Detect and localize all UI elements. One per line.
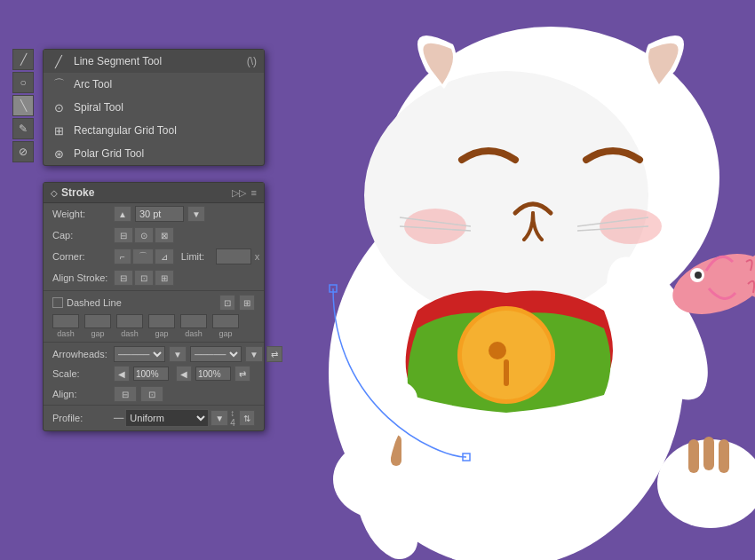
gap-field-3: gap — [212, 314, 239, 338]
panel-options-icon[interactable]: ≡ — [251, 187, 257, 199]
arrowheads-label: Arrowheads: — [52, 349, 110, 359]
align-end-btn[interactable]: ⊡ — [140, 386, 163, 402]
dash-input-3[interactable] — [180, 314, 207, 328]
panel-menu-icon[interactable]: ▷▷ — [232, 187, 246, 199]
scale-link-btn[interactable]: ⇄ — [234, 366, 250, 382]
arrowhead-start-select[interactable]: ───── — [114, 346, 165, 362]
corner-label: Corner: — [52, 251, 110, 262]
align-start-btn[interactable]: ⊟ — [114, 386, 137, 402]
gap-field-1: gap — [84, 314, 111, 338]
profile-number: ↕ 4 — [230, 408, 237, 428]
svg-point-8 — [489, 342, 506, 359]
limit-x-icon: x — [255, 251, 260, 262]
dashed-checkbox[interactable] — [52, 297, 63, 308]
scale-label: Scale: — [52, 368, 110, 379]
gap-field-2: gap — [148, 314, 175, 338]
arrowhead-swap-btn[interactable]: ⇄ — [266, 346, 282, 362]
pen-tool-btn[interactable]: ╲ — [12, 95, 34, 116]
corner-miter-btn[interactable]: ⌐ — [114, 248, 131, 264]
gap-label-1: gap — [91, 329, 104, 338]
scale-end-stepper[interactable]: ◀ — [176, 366, 192, 382]
dash-input-1[interactable] — [52, 314, 79, 328]
weight-label: Weight: — [52, 209, 110, 219]
align-stroke-buttons: ⊟ ⊡ ⊞ — [114, 270, 174, 286]
svg-point-21 — [695, 272, 702, 279]
scale-row: Scale: ◀ ◀ ⇄ — [44, 364, 264, 383]
eraser-tool-btn[interactable]: ⊘ — [12, 141, 34, 162]
corner-round-btn[interactable]: ⌒ — [132, 248, 154, 264]
spiral-tool-label: Spiral Tool — [74, 101, 257, 114]
corner-bevel-btn[interactable]: ⊿ — [155, 248, 174, 264]
dashed-style-2[interactable]: ⊞ — [239, 295, 255, 311]
align-stroke-row: Align Stroke: ⊟ ⊡ ⊞ — [44, 267, 264, 288]
align-outside-btn[interactable]: ⊞ — [155, 270, 174, 286]
weight-dropdown[interactable]: ▼ — [187, 206, 205, 222]
weight-input[interactable] — [135, 206, 184, 222]
dash-label-1: dash — [57, 329, 75, 338]
polar-grid-label: Polar Grid Tool — [74, 147, 257, 160]
align-inside-btn[interactable]: ⊡ — [134, 270, 154, 286]
dash-label-2: dash — [121, 329, 139, 338]
gap-input-1[interactable] — [84, 314, 111, 328]
line-segment-icon: ╱ — [51, 53, 67, 69]
dash-field-2: dash — [116, 314, 143, 338]
cap-round-btn[interactable]: ⊙ — [134, 227, 154, 243]
scale-start-input[interactable] — [133, 367, 169, 381]
gap-label-3: gap — [219, 329, 232, 338]
profile-row: Profile: ─ Uniform Width Profile 1 Width… — [44, 405, 264, 430]
limit-input[interactable] — [216, 248, 251, 264]
stroke-panel-title: Stroke — [61, 186, 228, 199]
cap-row: Cap: ⊟ ⊙ ⊠ — [44, 225, 264, 246]
arrowhead-start-dropdown[interactable]: ▼ — [169, 346, 187, 362]
arc-tool-item[interactable]: ⌒ Arc Tool — [44, 73, 264, 96]
dash-field-1: dash — [52, 314, 79, 338]
scale-end-input[interactable] — [195, 367, 231, 381]
cap-butt-btn[interactable]: ⊟ — [114, 227, 133, 243]
rect-grid-tool-item[interactable]: ⊞ Rectangular Grid Tool — [44, 119, 264, 142]
gap-input-2[interactable] — [148, 314, 175, 328]
svg-rect-15 — [688, 439, 699, 473]
cap-square-btn[interactable]: ⊠ — [155, 227, 174, 243]
rect-grid-icon: ⊞ — [51, 122, 67, 138]
align-center-btn[interactable]: ⊟ — [114, 270, 133, 286]
arrowhead-end-dropdown[interactable]: ▼ — [245, 346, 263, 362]
dash-field-3: dash — [180, 314, 207, 338]
arrowheads-row: Arrowheads: ───── ▼ ───── ▼ ⇄ — [44, 344, 264, 364]
profile-select[interactable]: Uniform Width Profile 1 Width Profile 2 — [125, 409, 209, 427]
align-stroke-label: Align Stroke: — [52, 272, 110, 283]
divider-2 — [44, 342, 264, 343]
svg-point-5 — [600, 209, 662, 244]
svg-rect-16 — [703, 437, 714, 470]
left-toolbar: ╱ ○ ╲ ✎ ⊘ — [12, 49, 34, 162]
weight-stepper-up[interactable]: ▲ — [114, 206, 131, 222]
scale-start-stepper[interactable]: ◀ — [114, 366, 130, 382]
stroke-panel-header: ◇ Stroke ▷▷ ≡ — [44, 183, 264, 203]
profile-label: Profile: — [52, 413, 110, 423]
dashed-line-row: Dashed Line ⊡ ⊞ — [44, 293, 264, 312]
ellipse-tool-btn[interactable]: ○ — [12, 72, 34, 93]
polar-grid-tool-item[interactable]: ⊛ Polar Grid Tool — [44, 142, 264, 165]
line-tool-btn[interactable]: ╱ — [12, 49, 34, 70]
panel-header-controls: ▷▷ ≡ — [232, 187, 257, 199]
dash-label-3: dash — [185, 329, 203, 338]
spiral-tool-item[interactable]: ⊙ Spiral Tool — [44, 96, 264, 119]
limit-label: Limit: — [181, 251, 212, 262]
profile-line-icon: ─ — [114, 410, 123, 426]
rect-grid-label: Rectangular Grid Tool — [74, 124, 257, 137]
profile-flip-btn[interactable]: ⇅ — [239, 410, 255, 426]
gap-input-3[interactable] — [212, 314, 239, 328]
brush-tool-btn[interactable]: ✎ — [12, 118, 34, 139]
corner-buttons: ⌐ ⌒ ⊿ — [114, 248, 174, 264]
profile-dropdown[interactable]: ▼ — [211, 410, 228, 426]
align-row-2: Align: ⊟ ⊡ — [44, 383, 264, 405]
dashed-style-1[interactable]: ⊡ — [219, 295, 235, 311]
svg-point-4 — [404, 209, 466, 244]
gap-label-2: gap — [155, 329, 168, 338]
dash-input-2[interactable] — [116, 314, 143, 328]
line-segment-shortcut: (\) — [247, 55, 257, 67]
line-segment-tool-item[interactable]: ╱ Line Segment Tool (\) — [44, 50, 264, 73]
collapse-icon[interactable]: ◇ — [51, 188, 58, 198]
svg-point-3 — [364, 71, 648, 319]
arrowhead-end-select[interactable]: ───── — [190, 346, 242, 362]
divider-1 — [44, 290, 264, 291]
